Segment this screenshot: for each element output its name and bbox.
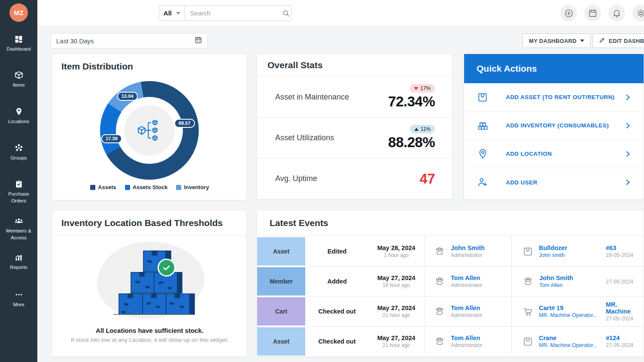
event-date-value: May 27, 2024 [377, 305, 416, 311]
event-item-link[interactable]: Bulldozer [539, 244, 567, 251]
people-icon [522, 276, 534, 287]
event-date-value: May 27, 2024 [377, 275, 416, 281]
event-time-ago: 1 hour ago [384, 252, 408, 258]
event-item-sub[interactable]: John smith [539, 252, 567, 258]
stat-row-asset-in-maintenance: Asset in Maintenance 17% 72.34% [257, 77, 452, 118]
table-row[interactable]: Cart Checked out May 27, 2024 21 hour ag… [257, 297, 644, 326]
event-item-sub[interactable]: Tom Allen [539, 282, 573, 288]
card-title: Item Distribution [61, 61, 133, 72]
quick-action-add-asset[interactable]: ADD ASSET (TO RENT OUT/RETURN) [464, 83, 644, 112]
user-add-icon [476, 176, 489, 189]
location-pin-icon [476, 148, 489, 160]
quick-action-add-user[interactable]: ADD USER [464, 168, 644, 196]
legend-item: Assets [90, 184, 116, 190]
sidebar-item-label: Locations [2, 118, 36, 125]
pencil-icon [599, 37, 605, 45]
edit-dashboard-button[interactable]: EDIT DASHBOARD [592, 33, 644, 48]
quick-action-label: ADD ASSET (TO RENT OUT/RETURN) [506, 94, 615, 100]
event-user-cell: Tom AllenAdministrator [424, 267, 510, 296]
event-item-sub[interactable]: MR. Machine Operator... [539, 312, 597, 318]
event-date: May 27, 2024 18 hour ago [369, 267, 424, 296]
triangle-down-icon [414, 87, 418, 90]
sidebar-item-groups[interactable]: Groups [0, 143, 37, 162]
gear-icon[interactable] [632, 5, 644, 21]
donut-label-assets-stock: 17.39 [101, 134, 122, 143]
legend-swatch [176, 185, 181, 190]
inventory-boxes-icon [476, 119, 489, 132]
stat-delta-badge: 11% [410, 125, 435, 133]
sidebar-item-more[interactable]: More [0, 290, 37, 308]
app-root: MZ Dashboard Items Locations Groups [0, 0, 644, 362]
event-item-link[interactable]: Cart# 19 [539, 305, 597, 311]
card-title: Quick Actions [477, 63, 537, 74]
event-ref[interactable]: MR. Machine [606, 301, 644, 315]
search-category-select[interactable]: All [159, 6, 185, 21]
event-user-link[interactable]: Tom Allen [451, 305, 483, 311]
event-user-link[interactable]: Tom Allen [451, 335, 483, 341]
sidebar-item-members-access[interactable]: Members & Access [0, 216, 37, 241]
legend-label: Assets Stock [133, 184, 168, 190]
stat-row-asset-utilizations: Asset Utilizations 11% 88.28% [257, 118, 452, 158]
table-row[interactable]: Asset Edited May 28, 2024 1 hour ago Joh… [257, 237, 644, 265]
legend-swatch [90, 185, 95, 190]
event-user-role: Administrator [451, 312, 483, 318]
quick-action-add-location[interactable]: ADD LOCATION [464, 140, 644, 168]
asset-tag-icon [522, 336, 533, 347]
event-item-cell: CraneMR. Machine Operator... [510, 327, 600, 356]
sidebar-item-reports[interactable]: Reports [0, 253, 37, 271]
event-item-cell: Cart# 19MR. Machine Operator... [510, 297, 600, 326]
asset-tag-icon [522, 246, 533, 257]
quick-action-add-inventory[interactable]: ADD INVENTORY (CONSUMABLES) [464, 112, 644, 140]
event-ref[interactable]: #63 [606, 244, 644, 251]
quick-action-label: ADD USER [506, 179, 538, 186]
stacked-boxes-illustration [103, 248, 201, 317]
event-ref-cell: 27-05-2024 [600, 267, 644, 296]
event-item-link[interactable]: John Smith [539, 275, 573, 281]
groups-cluster-icon [14, 143, 24, 153]
sidebar-item-items[interactable]: Items [0, 70, 37, 89]
add-circle-icon[interactable] [560, 5, 577, 21]
topbar: All [37, 0, 644, 27]
sidebar-item-label: More [2, 302, 36, 308]
my-dashboard-button[interactable]: MY DASHBOARD [522, 33, 591, 48]
sidebar-item-dashboard[interactable]: Dashboard [0, 34, 37, 53]
quick-action-label: ADD INVENTORY (CONSUMABLES) [506, 122, 609, 129]
date-range-picker[interactable]: Last 30 Days [51, 33, 208, 48]
overall-stats-card: Overall Stats Asset in Maintenance 17% 7… [257, 54, 453, 199]
event-user-cell: John SmithAdministrator [424, 237, 510, 265]
table-row[interactable]: Member Added May 27, 2024 18 hour ago To… [257, 267, 644, 296]
chevron-down-icon [580, 39, 584, 42]
event-user-link[interactable]: John Smith [451, 244, 485, 251]
search-input[interactable] [185, 6, 281, 21]
event-user-link[interactable]: Tom Allen [451, 275, 483, 281]
legend-label: Inventory [184, 184, 209, 190]
avatar[interactable]: MZ [9, 3, 28, 22]
event-date-value: May 28, 2024 [377, 244, 416, 251]
chevron-down-icon [176, 12, 180, 15]
people-icon [434, 306, 445, 317]
event-item-link[interactable]: Crane [539, 335, 597, 341]
table-row[interactable]: Asset Checked out May 27, 2024 21 hour a… [257, 327, 644, 356]
search-icon[interactable] [281, 6, 292, 21]
edit-dashboard-label: EDIT DASHBOARD [609, 38, 644, 44]
my-dashboard-label: MY DASHBOARD [529, 38, 577, 44]
calendar-icon[interactable] [584, 5, 601, 21]
event-time-ago: 21 hour ago [383, 312, 410, 318]
chevron-right-icon [624, 178, 632, 186]
event-ref[interactable]: #124 [606, 335, 644, 341]
bell-icon[interactable] [608, 5, 625, 21]
event-user-role: Administrator [451, 252, 485, 258]
sidebar-item-locations[interactable]: Locations [0, 107, 37, 125]
stat-label: Avg. Uptime [275, 174, 317, 183]
sidebar-item-label: Purchase Orders [2, 191, 36, 204]
items-box-icon [14, 70, 24, 80]
event-item-sub[interactable]: MR. Machine Operator... [539, 342, 597, 348]
thresholds-headline: All Locations have sufficient stock. [52, 327, 247, 334]
thresholds-subtext: If stock hits low at any Location, it wi… [52, 337, 247, 343]
card-title: Overall Stats [267, 60, 322, 70]
sidebar-item-label: Groups [2, 155, 36, 162]
distribution-cubes-icon [136, 117, 163, 144]
triangle-up-icon [414, 128, 419, 131]
sidebar-item-purchase-orders[interactable]: Purchase Orders [0, 179, 37, 204]
event-ref-cell: #124 27-05-2024 [600, 327, 644, 356]
